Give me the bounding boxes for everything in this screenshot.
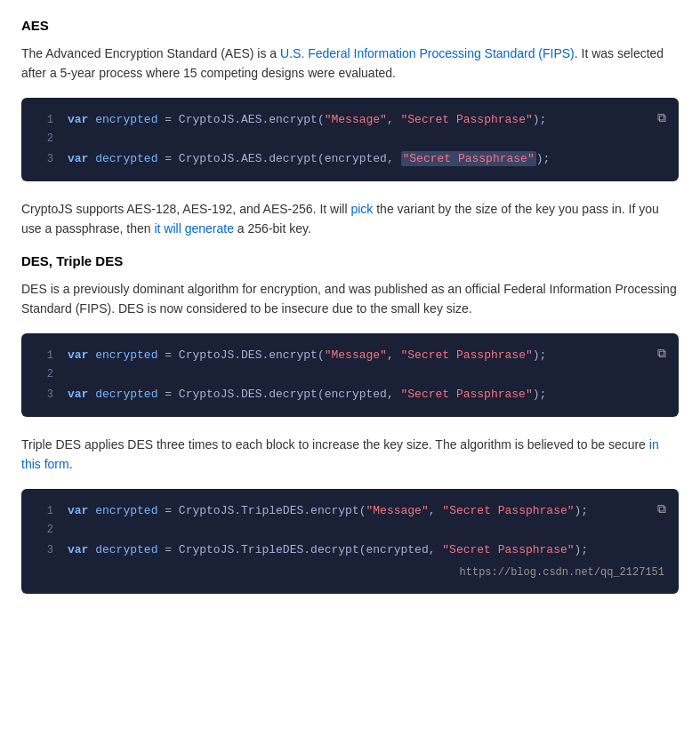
des-line3-content: var decrypted = CryptoJS.DES.decrypt(enc… [68,385,546,404]
des-line-num-3: 3 [36,386,53,404]
des-description: DES is a previously dominant algorithm f… [21,279,679,319]
str-message: "Message" [325,113,387,126]
aes-para2-generate: it will generate [154,221,234,236]
des-code-block: ⧉ 1 var encrypted = CryptoJS.DES.encrypt… [21,333,679,417]
triple-des-line3-content: var decrypted = CryptoJS.TripleDES.decry… [68,540,588,560]
aes-para2: CryptoJS supports AES-128, AES-192, and … [21,199,679,239]
triple-des-line-num-3: 3 [36,541,53,559]
triple-des-code-line-2: 2 [36,521,664,540]
punct1: = CryptoJS.AES.encrypt( [165,113,324,126]
decrypted-var: decrypted [95,152,157,165]
triple-des-line-num-1: 1 [36,502,53,520]
des-kw-var2: var [68,388,88,401]
des-title: DES, Triple DES [21,253,679,268]
aes-para2-pick: pick [350,202,373,216]
triple-des-code-line-1: 1 var encrypted = CryptoJS.TripleDES.enc… [36,501,664,521]
aes-desc-part1: The Advanced Encryption Standard (AES) i… [21,46,280,60]
triple-des-decrypted-var: decrypted [95,543,157,556]
des-code-line-3: 3 var decrypted = CryptoJS.DES.decrypt(e… [36,385,664,404]
aes-desc-link: U.S. Federal Information Processing Stan… [280,46,575,60]
code-line-3: 3 var decrypted = CryptoJS.AES.decrypt(e… [36,149,664,169]
aes-line1-content: var encrypted = CryptoJS.AES.encrypt("Me… [68,110,546,130]
triple-des-copy-icon[interactable]: ⧉ [657,500,666,521]
code-line-2: 2 [36,130,664,149]
triple-des-desc-period: . [69,457,73,471]
encrypted-var: encrypted [95,113,157,126]
des-str-passphrase2: "Secret Passphrase" [401,388,533,401]
kw-var2: var [68,152,88,165]
des-code-line-2: 2 [36,365,664,385]
des-copy-icon[interactable]: ⧉ [657,344,666,365]
triple-des-desc-part1: Triple DES applies DES three times to ea… [21,437,649,452]
line-num-2: 2 [36,130,53,148]
triple-des-str-passphrase2: "Secret Passphrase" [442,543,574,556]
des-encrypted-var: encrypted [95,348,157,362]
des-kw-var: var [68,348,88,362]
triple-des-line-num-2: 2 [36,521,53,539]
triple-des-str-passphrase1: "Secret Passphrase" [442,504,574,517]
line-num-1: 1 [36,111,53,129]
str-passphrase: "Secret Passphrase" [401,113,533,126]
punct3: ); [533,113,547,126]
kw-var: var [68,113,88,126]
triple-des-code-block: ⧉ 1 var encrypted = CryptoJS.TripleDES.e… [21,489,679,595]
aes-title: AES [21,18,679,33]
str-passphrase-highlight: "Secret Passphrase" [401,151,536,166]
triple-des-description: Triple DES applies DES three times to ea… [21,435,679,475]
des-str-message: "Message" [325,348,387,362]
line-num-3: 3 [36,150,53,168]
des-line-num-1: 1 [36,347,53,364]
triple-des-kw-var: var [68,504,88,517]
des-code-line-1: 1 var encrypted = CryptoJS.DES.encrypt("… [36,346,664,365]
punct5: ); [536,152,551,165]
des-line1-content: var encrypted = CryptoJS.DES.encrypt("Me… [68,346,546,365]
punct2: , [387,113,401,126]
triple-des-line1-content: var encrypted = CryptoJS.TripleDES.encry… [68,501,588,521]
aes-line3-content: var decrypted = CryptoJS.AES.decrypt(enc… [68,149,550,169]
triple-des-code-line-3: 3 var decrypted = CryptoJS.TripleDES.dec… [36,540,664,560]
aes-para2-part1: CryptoJS supports AES-128, AES-192, and … [21,202,350,216]
aes-description: The Advanced Encryption Standard (AES) i… [21,44,679,84]
punct4: = CryptoJS.AES.decrypt(encrypted, [165,152,400,165]
triple-des-kw-var2: var [68,543,88,556]
des-decrypted-var: decrypted [95,388,157,401]
triple-des-encrypted-var: encrypted [95,504,157,517]
aes-code-block: ⧉ 1 var encrypted = CryptoJS.AES.encrypt… [21,98,679,181]
des-str-passphrase1: "Secret Passphrase" [401,348,533,362]
des-line-num-2: 2 [36,365,53,383]
triple-des-str-message: "Message" [366,504,429,517]
aes-para2-part3: a 256-bit key. [234,221,311,236]
code-line-1: 1 var encrypted = CryptoJS.AES.encrypt("… [36,110,664,130]
watermark: https://blog.csdn.net/qq_2127151 [36,564,664,581]
aes-copy-icon[interactable]: ⧉ [657,108,666,130]
